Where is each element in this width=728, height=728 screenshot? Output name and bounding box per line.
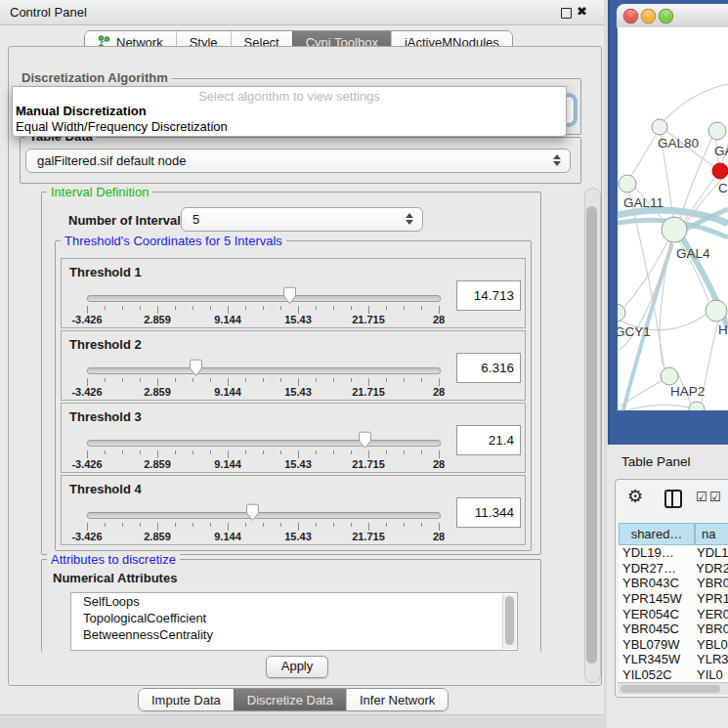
slider-track[interactable] xyxy=(87,367,441,374)
table-row[interactable]: YIL052CYIL0 xyxy=(619,667,728,682)
popup-option-manual-discretization[interactable]: Manual Discretization xyxy=(16,104,147,118)
minimize-traffic-light-icon[interactable] xyxy=(641,9,656,23)
tick-label: 9.144 xyxy=(214,458,241,470)
horizontal-scrollbar[interactable] xyxy=(618,682,728,695)
tick-mark xyxy=(105,306,106,310)
network-node-label: H xyxy=(718,322,728,337)
float-window-icon[interactable] xyxy=(561,8,572,19)
tick-mark xyxy=(351,378,352,382)
table-column-header[interactable]: shared… xyxy=(619,523,695,545)
popup-option-equal-width-frequency[interactable]: Equal Width/Frequency Discretization xyxy=(16,119,228,134)
tick-mark xyxy=(175,450,176,454)
table-row[interactable]: YER054CYER0 xyxy=(619,606,728,621)
tick-mark xyxy=(228,450,229,458)
table-data-combobox[interactable]: galFiltered.sif default node xyxy=(25,149,571,173)
table-cell-shared-name: YIL052C xyxy=(619,667,697,682)
network-edge[interactable] xyxy=(630,133,657,177)
table-cell-name: YDL1 xyxy=(697,545,728,560)
table-row[interactable]: YDL19…YDL1 xyxy=(619,545,728,561)
network-edge[interactable] xyxy=(620,405,690,410)
horizontal-scrollbar-thumb[interactable] xyxy=(621,685,720,693)
table-column-header[interactable]: na xyxy=(695,523,728,545)
thresholds-group-title: Threshold's Coordinates for 5 Intervals xyxy=(61,234,286,248)
number-of-intervals-spinner[interactable]: 5 xyxy=(181,207,423,232)
slider-track[interactable] xyxy=(87,512,441,519)
tick-mark xyxy=(193,306,193,310)
slider-handle[interactable] xyxy=(281,286,298,305)
threshold-value-input[interactable]: 6.316 xyxy=(456,353,521,383)
columns-icon[interactable] xyxy=(664,490,682,508)
tick-label: 2.859 xyxy=(144,386,171,398)
threshold-value-input[interactable]: 21.4 xyxy=(456,425,521,455)
network-window-titlebar[interactable] xyxy=(617,4,728,28)
tick-mark xyxy=(87,378,88,386)
tick-mark xyxy=(316,378,317,382)
tab-impute-data[interactable]: Impute Data xyxy=(139,689,234,710)
network-node-pink[interactable] xyxy=(652,119,667,135)
table-row[interactable]: YLR345WYLR3 xyxy=(619,652,728,667)
tick-mark xyxy=(245,523,246,527)
list-item[interactable]: BetweennessCentrality xyxy=(71,626,517,643)
tick-label: 9.144 xyxy=(214,386,241,398)
close-traffic-light-icon[interactable] xyxy=(623,9,638,23)
close-icon[interactable]: ✖ xyxy=(577,4,587,19)
tick-mark xyxy=(175,523,176,527)
table-row[interactable]: YDR27…YDR2 xyxy=(619,561,728,577)
tick-mark xyxy=(105,378,106,382)
tab-infer-network[interactable]: Infer Network xyxy=(346,689,448,710)
network-node-green[interactable] xyxy=(689,402,705,410)
tick-mark xyxy=(386,450,387,454)
checkbox-icon[interactable]: ☑ xyxy=(709,491,721,503)
threshold-label: Threshold 1 xyxy=(69,265,142,279)
threshold-label: Threshold 4 xyxy=(69,482,142,496)
table-row[interactable]: YBL079WYBL0 xyxy=(619,637,728,653)
slider-handle[interactable] xyxy=(357,431,373,450)
network-node-green[interactable] xyxy=(662,217,687,242)
tick-mark xyxy=(386,378,387,382)
table-row[interactable]: YBR043CYBR0 xyxy=(619,576,728,591)
network-node-green[interactable] xyxy=(619,175,636,193)
list-item[interactable]: TopologicalCoefficient xyxy=(71,610,517,626)
tick-mark xyxy=(210,523,211,527)
threshold-2-box: Threshold 2-3.4262.8599.14415.4321.71528… xyxy=(61,330,526,401)
vertical-scrollbar[interactable] xyxy=(584,188,601,683)
table-row[interactable]: YPR145WYPR1 xyxy=(619,591,728,607)
table-cell-shared-name: YER054C xyxy=(619,607,697,621)
threshold-value-input[interactable]: 11.344 xyxy=(456,497,521,528)
network-edge[interactable] xyxy=(664,84,728,120)
tick-mark xyxy=(298,378,299,386)
tick-mark xyxy=(87,523,88,531)
tick-mark xyxy=(280,306,281,310)
list-scrollbar[interactable] xyxy=(502,594,516,649)
tick-label: 21.715 xyxy=(352,531,385,542)
vertical-scrollbar-thumb[interactable] xyxy=(586,206,597,664)
tick-mark xyxy=(316,306,317,310)
slider-handle[interactable] xyxy=(244,503,261,522)
network-node-green[interactable] xyxy=(708,122,726,140)
tab-discretize-data[interactable]: Discretize Data xyxy=(234,689,346,710)
tick-mark xyxy=(87,450,88,458)
tick-mark xyxy=(245,306,246,310)
network-node-green[interactable] xyxy=(661,367,678,385)
slider-track[interactable] xyxy=(87,440,441,447)
tick-label: 28 xyxy=(433,386,445,398)
list-scrollbar-thumb[interactable] xyxy=(505,596,514,645)
checkbox-icon[interactable]: ☑ xyxy=(696,491,707,503)
gear-icon[interactable]: ⚙ xyxy=(627,486,643,506)
slider-track[interactable] xyxy=(87,295,441,302)
list-item[interactable]: SelfLoops xyxy=(71,593,517,610)
network-node-red[interactable] xyxy=(712,163,728,179)
network-view[interactable]: GAL80GACGAL11GAL4GCY1HHAP2 xyxy=(618,27,728,410)
tick-label: 15.43 xyxy=(284,458,312,470)
tick-label: 15.43 xyxy=(284,531,312,542)
network-node-green[interactable] xyxy=(706,300,727,321)
number-of-intervals-value: 5 xyxy=(193,212,199,227)
tick-mark xyxy=(386,523,387,527)
table-row[interactable]: YBR045CYBR0 xyxy=(619,621,728,637)
network-node-label: GCY1 xyxy=(618,324,651,339)
slider-handle[interactable] xyxy=(188,359,204,377)
table-data-combobox-value: galFiltered.sif default node xyxy=(37,153,186,168)
threshold-value-input[interactable]: 14.713 xyxy=(456,280,521,311)
apply-button[interactable]: Apply xyxy=(266,656,328,678)
zoom-traffic-light-icon[interactable] xyxy=(659,9,673,23)
